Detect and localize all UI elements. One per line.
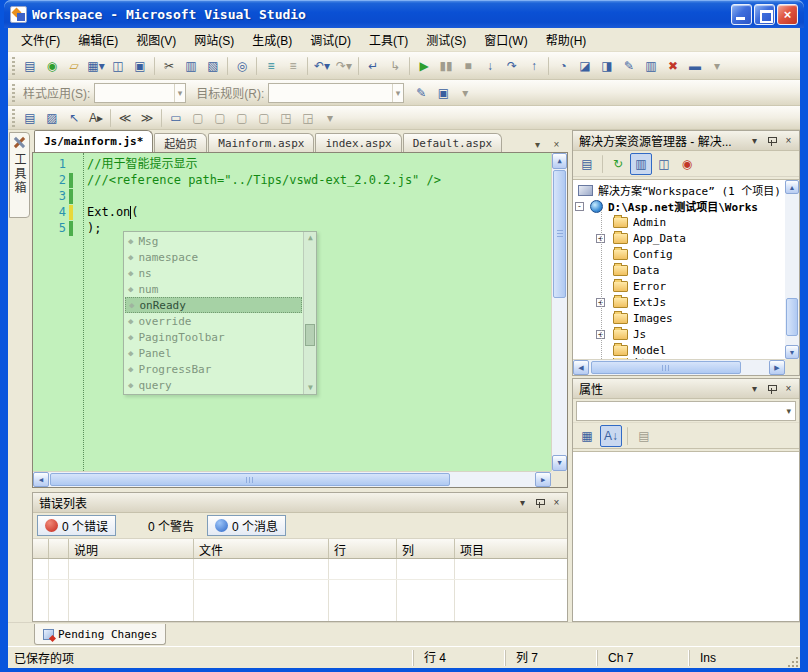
target-rule-combo[interactable]: ▾ xyxy=(268,83,404,103)
paste-icon[interactable]: ▧ xyxy=(202,55,224,77)
close-panel-icon[interactable]: × xyxy=(781,381,796,396)
html-edit-icon-3[interactable]: ▢ xyxy=(231,107,253,129)
separator[interactable] xyxy=(548,57,549,75)
window-position-icon[interactable]: ▾ xyxy=(747,381,762,396)
style-apply-combo[interactable]: ▾ xyxy=(94,83,186,103)
separator[interactable] xyxy=(256,57,257,75)
nest-related-files-icon[interactable]: ▥ xyxy=(630,153,652,175)
collapse-icon[interactable]: - xyxy=(575,202,584,211)
copy-icon[interactable]: ▥ xyxy=(180,55,202,77)
separator[interactable] xyxy=(154,57,155,75)
alphabetical-icon[interactable]: A↓ xyxy=(600,425,622,447)
menu-item[interactable]: 编辑(E) xyxy=(69,28,127,51)
editor-vertical-scrollbar[interactable]: ▲ ▼ xyxy=(551,153,567,471)
solution-tree[interactable]: 解决方案“Workspace” (1 个项目) - D:\Asp.net测试项目… xyxy=(575,182,785,359)
close-document-icon[interactable]: × xyxy=(549,137,564,152)
toolbar-grip[interactable] xyxy=(12,84,15,102)
pending-checkin-icon[interactable]: ◪ xyxy=(574,55,596,77)
solution-explorer-title-bar[interactable]: 解决方案资源管理器 - 解决... ▾ × xyxy=(573,131,799,151)
restore-button[interactable] xyxy=(754,4,775,25)
save-icon[interactable]: ◫ xyxy=(107,55,129,77)
comment-icon[interactable]: ≡ xyxy=(260,55,282,77)
code-line[interactable]: 1//用于智能提示显示 xyxy=(33,156,551,172)
scrollbar-thumb[interactable] xyxy=(50,473,450,486)
break-all-icon[interactable]: ▮▮ xyxy=(435,55,457,77)
toolbar-grip[interactable] xyxy=(12,109,15,127)
auto-hide-pin-icon[interactable] xyxy=(764,133,779,148)
scroll-down-icon[interactable]: ▼ xyxy=(304,382,317,394)
start-debugging-icon[interactable]: ▶ xyxy=(413,55,435,77)
tree-folder-item[interactable]: + Images xyxy=(575,310,785,326)
properties-icon[interactable]: ▤ xyxy=(576,153,598,175)
editor-horizontal-scrollbar[interactable]: ◀ ▶ xyxy=(33,471,551,487)
tree-folder-item[interactable]: + App_Data xyxy=(575,230,785,246)
html-edit-icon-6[interactable]: ◲ xyxy=(297,107,319,129)
intellisense-item[interactable]: ◆ namespace xyxy=(125,249,302,265)
html-edit-icon-2[interactable]: ▢ xyxy=(209,107,231,129)
toolbar-grip[interactable] xyxy=(12,57,15,75)
tree-vertical-scrollbar[interactable]: ▲ ▼ xyxy=(785,180,799,359)
tree-folder-item[interactable]: + Error xyxy=(575,278,785,294)
auto-hide-pin-icon[interactable] xyxy=(532,495,547,510)
refresh-icon[interactable]: ↻ xyxy=(607,153,629,175)
scroll-left-icon[interactable]: ◀ xyxy=(573,360,589,375)
error-list-title-bar[interactable]: 错误列表 ▾ × xyxy=(33,493,567,513)
window-position-icon[interactable]: ▾ xyxy=(747,133,762,148)
solution-explorer-icon[interactable]: ▥ xyxy=(640,55,662,77)
scroll-right-icon[interactable]: ▶ xyxy=(769,360,785,375)
aspnet-configuration-icon[interactable]: ◉ xyxy=(676,153,698,175)
pending-changes-tab[interactable]: Pending Changes xyxy=(34,624,166,645)
tree-horizontal-scrollbar[interactable]: ◀ ▶ xyxy=(573,359,785,375)
new-style-icon[interactable]: ✎ xyxy=(410,82,432,104)
scroll-down-icon[interactable]: ▼ xyxy=(785,345,799,359)
decrease-indent-icon[interactable]: ≪ xyxy=(114,107,136,129)
grid-header-cell[interactable]: 列 xyxy=(397,539,455,558)
scrollbar-thumb[interactable] xyxy=(553,170,566,298)
redo-icon[interactable]: ↷▾ xyxy=(333,55,355,77)
intellisense-item[interactable]: ◆ override xyxy=(125,313,302,329)
separator[interactable] xyxy=(602,155,603,173)
menu-item[interactable]: 调试(D) xyxy=(301,28,360,51)
find-in-files-icon[interactable]: ◔ xyxy=(552,55,574,77)
separator[interactable] xyxy=(307,57,308,75)
object-selector-combo[interactable]: ▾ xyxy=(576,401,796,421)
intellisense-item[interactable]: ◆ num xyxy=(125,281,302,297)
resize-grip[interactable] xyxy=(785,654,799,668)
step-into-icon[interactable]: ↓ xyxy=(479,55,501,77)
code-line[interactable]: 4Ext.on( xyxy=(33,204,551,220)
scrollbar-thumb[interactable] xyxy=(786,298,798,336)
increase-indent-icon[interactable]: ≫ xyxy=(136,107,158,129)
code-line[interactable]: 3 xyxy=(33,188,551,204)
toolbar-overflow-icon[interactable]: ▾ xyxy=(319,107,341,129)
navigate-backward-icon[interactable]: ↵ xyxy=(362,55,384,77)
intellisense-item[interactable]: ◆ Panel xyxy=(125,345,302,361)
tree-folder-item[interactable]: + Config xyxy=(575,246,785,262)
new-website-icon[interactable]: ◉ xyxy=(41,55,63,77)
scroll-right-icon[interactable]: ▶ xyxy=(535,472,551,487)
find-replace-icon[interactable]: ◎ xyxy=(231,55,253,77)
expand-icon[interactable]: + xyxy=(596,330,605,339)
property-pages-icon[interactable]: ▤ xyxy=(633,425,655,447)
menu-item[interactable]: 文件(F) xyxy=(12,28,69,51)
cut-icon[interactable]: ✂ xyxy=(158,55,180,77)
scrollbar-thumb[interactable] xyxy=(305,324,315,346)
scroll-down-icon[interactable]: ▼ xyxy=(552,455,567,471)
step-out-icon[interactable]: ↑ xyxy=(523,55,545,77)
separator[interactable] xyxy=(227,57,228,75)
tree-folder-item[interactable]: + Admin xyxy=(575,214,785,230)
grid-header-cell[interactable]: 说明 xyxy=(69,539,194,558)
open-file-icon[interactable]: ▱ xyxy=(63,55,85,77)
tree-folder-item[interactable]: + ExtJs xyxy=(575,294,785,310)
tree-folder-item[interactable]: + Js xyxy=(575,326,785,342)
active-files-dropdown-icon[interactable]: ▾ xyxy=(530,137,545,152)
chevron-down-icon[interactable]: ▾ xyxy=(392,84,404,102)
toolbox-icon[interactable]: ✎ xyxy=(618,55,640,77)
intellisense-item[interactable]: ◆ Msg xyxy=(125,233,302,249)
new-project-icon[interactable]: ▤ xyxy=(19,55,41,77)
insert-div-icon[interactable]: ▭ xyxy=(165,107,187,129)
window-position-icon[interactable]: ▾ xyxy=(515,495,530,510)
navigate-forward-icon[interactable]: ↳ xyxy=(384,55,406,77)
toolbox-autohide-tab[interactable]: 工具箱 xyxy=(9,132,30,218)
tree-folder-item[interactable]: + Model xyxy=(575,342,785,358)
document-tab[interactable]: 起始页 xyxy=(154,133,207,152)
